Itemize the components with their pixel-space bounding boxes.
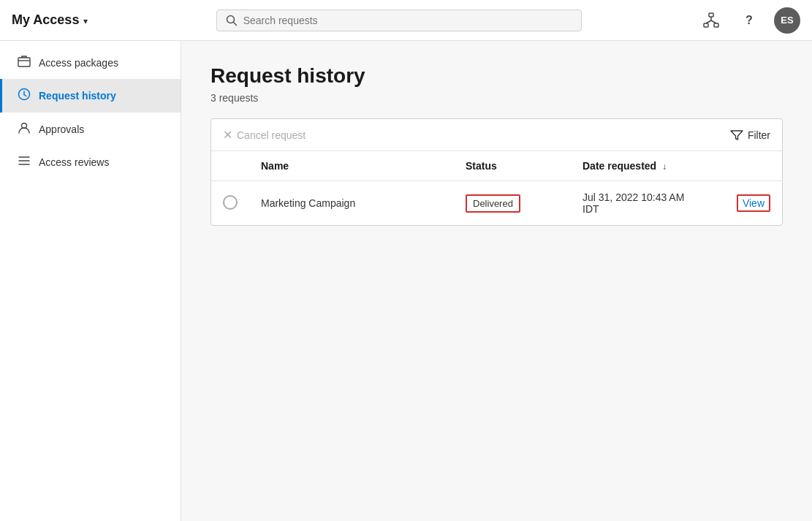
cancel-request-label: Cancel request bbox=[237, 129, 306, 141]
sidebar: Access packages Request history Approval… bbox=[0, 41, 181, 521]
filter-label: Filter bbox=[748, 129, 770, 141]
svg-rect-8 bbox=[18, 58, 30, 66]
col-header-date[interactable]: Date requested ↓ bbox=[571, 151, 709, 181]
svg-line-7 bbox=[711, 20, 716, 23]
request-history-icon bbox=[17, 88, 31, 104]
row-radio[interactable] bbox=[223, 195, 238, 210]
help-icon: ? bbox=[745, 14, 753, 27]
topology-icon bbox=[703, 12, 719, 28]
col-header-name: Name bbox=[249, 151, 454, 181]
row-name-cell: Marketing Campaign bbox=[249, 181, 454, 226]
avatar-button[interactable]: ES bbox=[774, 7, 800, 34]
col-header-select bbox=[211, 151, 249, 181]
chevron-down-icon: ▾ bbox=[83, 16, 88, 26]
date-label: Date requested bbox=[583, 160, 656, 172]
col-header-action bbox=[709, 151, 782, 181]
search-input[interactable] bbox=[243, 15, 572, 26]
avatar-initials: ES bbox=[781, 15, 793, 26]
view-link[interactable]: View bbox=[737, 194, 770, 212]
nav-right: ? ES bbox=[698, 7, 800, 34]
sidebar-item-access-packages[interactable]: Access packages bbox=[0, 47, 181, 79]
svg-rect-2 bbox=[709, 13, 713, 17]
row-status-cell: Delivered bbox=[454, 181, 571, 226]
svg-line-6 bbox=[706, 20, 711, 23]
col-header-status: Status bbox=[454, 151, 571, 181]
svg-line-11 bbox=[24, 95, 26, 96]
topology-button[interactable] bbox=[698, 7, 724, 34]
table-row: Marketing Campaign Delivered Jul 31, 202… bbox=[211, 181, 782, 226]
table-toolbar: ✕ Cancel request Filter bbox=[211, 119, 782, 151]
sidebar-item-label: Approvals bbox=[39, 123, 84, 135]
status-badge: Delivered bbox=[466, 194, 520, 213]
cancel-request-button[interactable]: ✕ Cancel request bbox=[223, 128, 306, 142]
body-area: Access packages Request history Approval… bbox=[0, 41, 812, 521]
top-nav: My Access ▾ ? ES bbox=[0, 0, 812, 41]
sidebar-item-label: Access packages bbox=[39, 57, 118, 69]
row-date-cell: Jul 31, 2022 10:43 AM IDT bbox=[571, 181, 709, 226]
filter-button[interactable]: Filter bbox=[730, 129, 770, 141]
help-button[interactable]: ? bbox=[736, 7, 762, 34]
requests-table: Name Status Date requested ↓ bbox=[211, 151, 782, 225]
sidebar-item-approvals[interactable]: Approvals bbox=[0, 113, 181, 146]
approvals-icon bbox=[17, 121, 31, 137]
cancel-icon: ✕ bbox=[223, 128, 232, 142]
table-head: Name Status Date requested ↓ bbox=[211, 151, 782, 181]
sidebar-item-label: Request history bbox=[39, 90, 116, 102]
row-select-cell bbox=[211, 181, 249, 226]
sidebar-item-access-reviews[interactable]: Access reviews bbox=[0, 146, 181, 178]
filter-icon bbox=[730, 129, 743, 141]
requests-table-container: ✕ Cancel request Filter Name Status bbox=[210, 118, 783, 226]
svg-rect-3 bbox=[704, 23, 708, 27]
sidebar-item-label: Access reviews bbox=[39, 156, 109, 168]
table-body: Marketing Campaign Delivered Jul 31, 202… bbox=[211, 181, 782, 226]
access-packages-icon bbox=[17, 56, 31, 70]
row-action-cell: View bbox=[709, 181, 782, 226]
search-bar bbox=[216, 9, 582, 31]
app-title-area[interactable]: My Access ▾ bbox=[12, 12, 158, 28]
app-title: My Access bbox=[12, 12, 79, 28]
main-content: Request history 3 requests ✕ Cancel requ… bbox=[181, 41, 812, 521]
page-title: Request history bbox=[210, 64, 783, 88]
svg-rect-4 bbox=[714, 23, 718, 27]
sidebar-item-request-history[interactable]: Request history bbox=[0, 79, 181, 113]
search-icon bbox=[226, 15, 238, 26]
sort-arrow-icon: ↓ bbox=[662, 161, 667, 172]
request-count: 3 requests bbox=[210, 92, 783, 104]
svg-line-1 bbox=[233, 22, 236, 25]
access-reviews-icon bbox=[17, 155, 31, 170]
